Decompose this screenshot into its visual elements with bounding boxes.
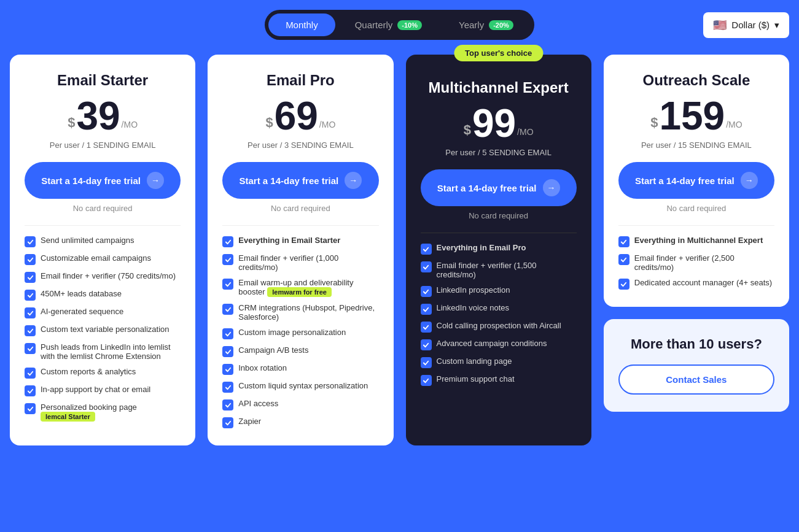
check-icon: [618, 279, 629, 290]
price-amount-email-pro: 69: [275, 96, 318, 136]
chevron-down-icon: ▾: [774, 20, 779, 31]
check-icon: [25, 385, 36, 396]
arrow-icon-email-pro: →: [345, 172, 362, 189]
list-item: Campaign A/B tests: [222, 345, 378, 357]
more-users-title: More than 10 users?: [618, 336, 774, 352]
price-amount-outreach: 159: [659, 96, 725, 136]
list-item: LinkedIn prospection: [421, 285, 577, 297]
contact-sales-button[interactable]: Contact Sales: [618, 364, 774, 395]
check-icon: [421, 322, 432, 333]
no-card-email-pro: No card required: [222, 204, 378, 213]
list-item: Personalized booking page lemcal Starter: [25, 403, 181, 422]
check-icon: [222, 364, 233, 375]
plan-outreach-scale: Outreach Scale $ 159 /MO Per user / 15 S…: [604, 55, 789, 307]
col-4-wrapper: Outreach Scale $ 159 /MO Per user / 15 S…: [604, 55, 789, 445]
divider-outreach: [618, 225, 774, 226]
check-icon: [421, 375, 432, 386]
list-item: Custom liquid syntax personalization: [222, 381, 378, 393]
price-dollar-outreach: $: [650, 115, 658, 131]
currency-flag: 🇺🇸: [713, 18, 727, 32]
list-item: Everything in Email Pro: [421, 243, 577, 255]
more-users-card: More than 10 users? Contact Sales: [604, 319, 789, 412]
divider-multichannel: [421, 233, 577, 233]
check-icon: [222, 236, 233, 247]
check-icon: [421, 244, 432, 255]
tab-yearly[interactable]: Yearly -20%: [442, 13, 531, 36]
price-row-multichannel: $ 99 /MO: [421, 104, 577, 143]
check-icon: [222, 346, 233, 357]
tab-quarterly[interactable]: Quarterly -10%: [338, 13, 439, 36]
check-icon: [25, 236, 36, 247]
trial-btn-outreach[interactable]: Start a 14-day free trial →: [618, 162, 774, 199]
feature-badge-lemcal: lemcal Starter: [41, 412, 95, 422]
top-badge-multichannel: Top user's choice: [454, 45, 543, 61]
price-row-email-starter: $ 39 /MO: [25, 96, 181, 136]
plan-name-multichannel: Multichannel Expert: [421, 79, 577, 96]
check-icon: [222, 382, 233, 393]
check-icon: [222, 399, 233, 411]
list-item: In-app support by chat or email: [25, 385, 181, 396]
check-icon: [25, 325, 36, 336]
currency-label: Dollar ($): [731, 20, 770, 30]
check-icon: [25, 307, 36, 318]
check-icon: [222, 254, 233, 265]
check-icon: [421, 304, 432, 315]
per-user-outreach: Per user / 15 SENDING EMAIL: [618, 141, 774, 150]
price-mo-multichannel: /MO: [517, 127, 533, 137]
divider-email-pro: [222, 225, 378, 226]
trial-btn-multichannel[interactable]: Start a 14-day free trial →: [421, 169, 577, 206]
list-item: Email warm-up and deliverability booster…: [222, 278, 378, 297]
plan-multichannel-expert: Top user's choice Multichannel Expert $ …: [406, 55, 591, 445]
price-row-email-pro: $ 69 /MO: [222, 96, 378, 136]
list-item: 450M+ leads database: [25, 289, 181, 301]
yearly-badge: -20%: [489, 20, 513, 30]
price-mo-outreach: /MO: [726, 120, 742, 129]
list-item: API access: [222, 399, 378, 411]
check-icon: [25, 368, 36, 379]
no-card-multichannel: No card required: [421, 211, 577, 220]
feature-badge-lemwarm: lemwarm for free: [267, 287, 332, 297]
plan-name-outreach: Outreach Scale: [618, 72, 774, 89]
price-amount-multichannel: 99: [472, 104, 516, 143]
plans-grid: Email Starter $ 39 /MO Per user / 1 SEND…: [10, 55, 789, 445]
check-icon: [25, 254, 36, 265]
check-icon: [25, 272, 36, 283]
check-icon: [618, 236, 629, 247]
check-icon: [421, 286, 432, 297]
arrow-icon-outreach: →: [741, 172, 758, 189]
no-card-email-starter: No card required: [25, 204, 181, 213]
check-icon: [618, 254, 629, 265]
arrow-icon-email-starter: →: [147, 172, 164, 189]
arrow-icon-multichannel: →: [543, 179, 560, 196]
billing-toggle: email-starter Monthly Quarterly -10% Yea…: [265, 10, 534, 40]
list-item: Email finder + verifier (750 credits/mo): [25, 271, 181, 283]
price-row-outreach: $ 159 /MO: [618, 96, 774, 136]
trial-btn-email-pro[interactable]: Start a 14-day free trial →: [222, 162, 378, 199]
tab-monthly[interactable]: email-starter Monthly: [268, 13, 335, 36]
trial-btn-email-starter[interactable]: Start a 14-day free trial →: [25, 162, 181, 199]
check-icon: [421, 261, 432, 272]
feature-list-email-starter: Send unlimited campaigns Customizable em…: [25, 236, 181, 422]
price-dollar-multichannel: $: [464, 122, 471, 138]
plan-name-email-starter: Email Starter: [25, 72, 181, 89]
list-item: Everything in Email Starter: [222, 236, 378, 247]
price-amount-email-starter: 39: [76, 96, 120, 136]
list-item: Email finder + verifier (1,500 credits/m…: [421, 261, 577, 279]
list-item: LinkedIn voice notes: [421, 303, 577, 315]
list-item: Dedicated account manager (4+ seats): [618, 278, 774, 290]
list-item: Custom text variable personalization: [25, 325, 181, 336]
list-item: CRM integrations (Hubspot, Pipedrive, Sa…: [222, 303, 378, 322]
list-item: Email finder + verifier (1,000 credits/m…: [222, 253, 378, 272]
list-item: Customizable email campaigns: [25, 253, 181, 265]
check-icon: [222, 304, 233, 315]
list-item: Premium support chat: [421, 374, 577, 386]
check-icon: [421, 339, 432, 350]
currency-button[interactable]: 🇺🇸 Dollar ($) ▾: [703, 12, 789, 38]
list-item: Push leads from LinkedIn into lemlist wi…: [25, 342, 181, 361]
feature-list-email-pro: Everything in Email Starter Email finder…: [222, 236, 378, 428]
price-dollar-email-starter: $: [68, 115, 75, 131]
check-icon: [25, 290, 36, 301]
plan-name-email-pro: Email Pro: [222, 72, 378, 89]
list-item: AI-generated sequence: [25, 307, 181, 318]
per-user-email-pro: Per user / 3 SENDING EMAIL: [222, 141, 378, 150]
